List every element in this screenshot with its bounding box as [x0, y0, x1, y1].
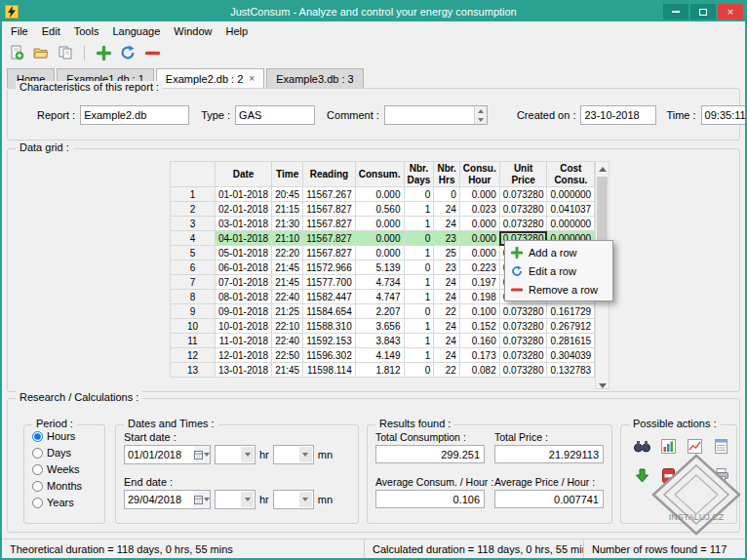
table-row[interactable]: 303-01-201821:3011567.8270.0001240.0000.… [171, 217, 595, 231]
column-header[interactable]: Consum. [355, 162, 404, 187]
column-header[interactable]: Nbr. Days [404, 162, 434, 187]
time-field[interactable]: 09:35:11 [701, 105, 747, 125]
cell-cost[interactable]: 0.304039 [547, 348, 595, 363]
cell-chour[interactable]: 0.023 [459, 202, 499, 217]
column-header[interactable]: Date [216, 162, 272, 187]
cell-time[interactable]: 22:20 [272, 246, 303, 260]
row-header[interactable]: 10 [171, 319, 216, 334]
cell-days[interactable]: 0 [404, 187, 434, 202]
cell-hrs[interactable]: 24 [434, 319, 459, 334]
cell-date[interactable]: 11-01-2018 [216, 334, 272, 348]
cell-time[interactable]: 21:30 [272, 217, 303, 231]
cell-days[interactable]: 1 [404, 290, 434, 304]
cell-reading[interactable]: 11596.302 [303, 348, 356, 363]
radio-hours[interactable]: Hours [32, 430, 104, 442]
cell-time[interactable]: 22:40 [272, 334, 303, 348]
cell-consum[interactable]: 4.149 [355, 348, 404, 363]
cell-reading[interactable]: 11567.267 [303, 187, 356, 202]
start-date-picker[interactable]: 01/01/2018 [124, 445, 211, 464]
cell-date[interactable]: 13-01-2018 [216, 363, 272, 378]
cell-cost[interactable]: 0.161729 [547, 304, 595, 319]
statistics-icon[interactable] [659, 437, 677, 455]
cell-time[interactable]: 22:50 [272, 348, 303, 363]
type-field[interactable]: GAS [235, 105, 315, 125]
cell-chour[interactable]: 0.198 [459, 290, 499, 304]
cell-uprice[interactable]: 0.073280 [499, 319, 547, 334]
cell-hrs[interactable]: 24 [434, 275, 459, 290]
cell-date[interactable]: 02-01-2018 [216, 202, 272, 217]
radio-years[interactable]: Years [32, 497, 104, 508]
cell-chour[interactable]: 0.000 [459, 231, 499, 246]
cell-time[interactable]: 22:40 [272, 290, 303, 304]
menu-remove-a-row[interactable]: Remove a row [507, 280, 610, 299]
cell-date[interactable]: 04-01-2018 [216, 231, 272, 246]
scroll-down-icon[interactable] [596, 375, 609, 388]
cell-reading[interactable]: 11592.153 [303, 334, 356, 348]
maximize-button[interactable] [690, 4, 716, 20]
column-header[interactable]: Consu. Hour [459, 162, 499, 187]
cell-hrs[interactable]: 23 [434, 260, 459, 275]
cell-date[interactable]: 12-01-2018 [216, 348, 272, 363]
cell-reading[interactable]: 11598.114 [303, 363, 356, 378]
calendar-icon[interactable] [194, 445, 211, 464]
column-header[interactable]: Unit Price [499, 162, 547, 187]
end-minute-select[interactable] [273, 490, 314, 509]
radio-weeks[interactable]: Weeks [32, 463, 104, 475]
end-date-picker[interactable]: 29/04/2018 [124, 490, 211, 509]
cell-chour[interactable]: 0.223 [459, 260, 499, 275]
cell-time[interactable]: 20:45 [272, 187, 303, 202]
cell-hrs[interactable]: 24 [434, 217, 459, 231]
cell-days[interactable]: 0 [404, 260, 434, 275]
row-header[interactable]: 3 [171, 217, 216, 231]
cell-days[interactable]: 1 [404, 217, 434, 231]
table-row[interactable]: 1313-01-201821:4511598.1141.8120220.0820… [171, 363, 595, 378]
cell-reading[interactable]: 11584.654 [303, 304, 356, 319]
cell-uprice[interactable]: 0.073280 [499, 202, 547, 217]
menu-add-a-row[interactable]: Add a row [507, 243, 610, 261]
cell-reading[interactable]: 11567.827 [303, 217, 356, 231]
copy-icon[interactable] [57, 44, 74, 61]
cell-days[interactable]: 1 [404, 202, 434, 217]
cell-cost[interactable]: 0.267912 [547, 319, 595, 334]
menu-language[interactable]: Language [105, 23, 167, 39]
cell-consum[interactable]: 0.000 [355, 231, 404, 246]
cell-reading[interactable]: 11567.827 [303, 246, 356, 260]
cell-cost[interactable]: 0.000000 [547, 217, 595, 231]
end-hour-select[interactable] [215, 490, 256, 509]
tab-close-icon[interactable]: × [249, 73, 255, 84]
open-report-icon[interactable] [32, 44, 50, 61]
menu-window[interactable]: Window [167, 23, 218, 39]
cell-chour[interactable]: 0.000 [459, 217, 499, 231]
cell-days[interactable]: 1 [404, 275, 434, 290]
cell-cost[interactable]: 0.281615 [547, 334, 595, 348]
row-header[interactable]: 2 [171, 202, 216, 217]
comment-scrollbar[interactable] [474, 106, 487, 124]
cell-consum[interactable]: 3.843 [355, 334, 404, 348]
row-header[interactable]: 6 [171, 260, 216, 275]
cell-time[interactable]: 21:25 [272, 304, 303, 319]
cell-hrs[interactable]: 22 [434, 304, 459, 319]
export-down-icon[interactable] [633, 466, 650, 484]
cell-days[interactable]: 1 [404, 348, 434, 363]
cell-uprice[interactable]: 0.073280 [499, 363, 547, 378]
tab-example3[interactable]: Example3.db : 3 [266, 68, 364, 88]
cell-hrs[interactable]: 24 [434, 348, 459, 363]
cell-time[interactable]: 21:45 [272, 363, 303, 378]
cell-date[interactable]: 08-01-2018 [216, 290, 272, 304]
cell-consum[interactable]: 0.000 [355, 187, 404, 202]
cell-reading[interactable]: 11582.447 [303, 290, 356, 304]
cell-hrs[interactable]: 24 [434, 202, 459, 217]
calendar-icon[interactable] [194, 490, 211, 509]
add-row-icon[interactable] [95, 44, 112, 61]
cell-chour[interactable]: 0.173 [459, 348, 499, 363]
cell-date[interactable]: 10-01-2018 [216, 319, 272, 334]
radio-months[interactable]: Months [32, 480, 104, 492]
row-header[interactable]: 11 [171, 334, 216, 348]
menu-edit-a-row[interactable]: Edit a row [507, 261, 610, 280]
table-row[interactable]: 1010-01-201822:1011588.3103.6561240.1520… [171, 319, 595, 334]
report-icon[interactable] [712, 437, 729, 455]
cell-days[interactable]: 0 [404, 231, 434, 246]
column-header[interactable]: Nbr. Hrs [434, 162, 459, 187]
cell-cost[interactable]: 0.041037 [547, 202, 595, 217]
cell-date[interactable]: 06-01-2018 [216, 260, 272, 275]
